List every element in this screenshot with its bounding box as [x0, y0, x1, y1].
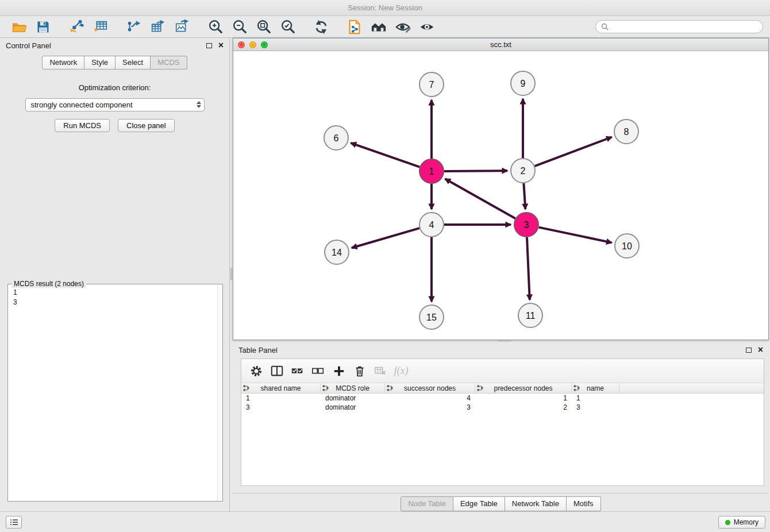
- add-column-button[interactable]: [329, 361, 349, 381]
- graph-node-11[interactable]: 11: [518, 303, 542, 327]
- graph-node-15[interactable]: 15: [419, 305, 444, 329]
- table-tab-node-table[interactable]: Node Table: [401, 496, 453, 511]
- run-mcds-button[interactable]: Run MCDS: [55, 119, 110, 132]
- import-network-file-button[interactable]: [64, 17, 88, 37]
- graph-node-3[interactable]: 3: [514, 213, 538, 237]
- table-cell[interactable]: dominator: [321, 394, 385, 403]
- graph-edge-2-3[interactable]: [523, 183, 525, 209]
- table-cell[interactable]: 4: [385, 394, 475, 403]
- graph-node-7[interactable]: 7: [419, 72, 444, 97]
- style-editor-button[interactable]: [391, 17, 415, 37]
- zoom-out-button[interactable]: [228, 17, 252, 37]
- table-row[interactable]: 3dominator323: [241, 403, 764, 412]
- graph-node-10[interactable]: 10: [615, 234, 639, 258]
- graph-edge-3-1[interactable]: [445, 179, 515, 218]
- graph-edge-3-10[interactable]: [539, 228, 612, 243]
- import-table-file-button[interactable]: [88, 17, 113, 37]
- export-image-button[interactable]: [170, 17, 194, 37]
- table-tab-edge-table[interactable]: Edge Table: [453, 496, 505, 511]
- app-titlebar: Session: New Session: [0, 0, 770, 16]
- graph-edge-2-8[interactable]: [535, 137, 612, 167]
- zoom-fit-button[interactable]: [252, 17, 276, 37]
- table-tab-motifs[interactable]: Motifs: [567, 496, 601, 511]
- tab-select[interactable]: Select: [116, 56, 151, 70]
- zoom-in-button[interactable]: [203, 17, 228, 37]
- export-network-button[interactable]: [122, 17, 146, 37]
- close-window-button[interactable]: ×: [238, 41, 245, 48]
- column-header-shared-name[interactable]: shared name: [241, 383, 321, 393]
- close-panel-icon[interactable]: ×: [218, 42, 224, 49]
- graph-node-2[interactable]: 2: [511, 159, 535, 183]
- float-panel-icon[interactable]: [206, 43, 212, 48]
- mcds-result-title: MCDS result (2 nodes): [11, 280, 86, 288]
- network-window-titlebar[interactable]: ×−+ scc.txt: [233, 38, 768, 51]
- tab-mcds[interactable]: MCDS: [151, 56, 187, 70]
- close-panel-button[interactable]: Close panel: [118, 119, 175, 132]
- table-cell[interactable]: 3: [385, 403, 475, 412]
- toolbar-group: [309, 17, 333, 37]
- import-table-file-icon: [93, 19, 109, 35]
- result-scrollbar[interactable]: [217, 284, 222, 501]
- table-cell[interactable]: 3: [572, 403, 619, 412]
- open-file-icon: [11, 19, 27, 35]
- split-panel-icon: [270, 364, 284, 378]
- table-tabs-strip: Node TableEdge TableNetwork TableMotifs: [233, 493, 769, 511]
- refresh-layout-icon: [313, 19, 329, 35]
- save-session-button[interactable]: [31, 17, 55, 37]
- table-mode-gear-button[interactable]: [246, 361, 267, 381]
- memory-button[interactable]: Memory: [718, 516, 765, 529]
- column-header-predecessor-nodes[interactable]: predecessor nodes: [475, 383, 572, 393]
- tab-network[interactable]: Network: [42, 56, 84, 70]
- delete-column-button[interactable]: [349, 361, 370, 381]
- select-all-columns-button[interactable]: [287, 361, 308, 381]
- search-box[interactable]: [595, 20, 763, 33]
- ndex-home-button[interactable]: [367, 17, 391, 37]
- unselect-all-columns-button[interactable]: [308, 361, 329, 381]
- network-window: ×−+ scc.txt 7968124314101511: [233, 38, 769, 340]
- graph-node-8[interactable]: 8: [614, 119, 638, 144]
- table-cell[interactable]: 1: [475, 394, 572, 403]
- close-table-panel-icon[interactable]: ×: [758, 346, 763, 353]
- graph-node-1[interactable]: 1: [419, 159, 444, 183]
- graph-edge-4-14[interactable]: [352, 228, 419, 248]
- search-input[interactable]: [612, 22, 757, 31]
- optimization-criterion-select[interactable]: strongly connected component: [25, 98, 205, 111]
- table-row[interactable]: 1dominator411: [241, 394, 764, 403]
- column-header-successor-nodes[interactable]: successor nodes: [385, 383, 475, 393]
- table-tab-network-table[interactable]: Network Table: [505, 496, 567, 511]
- task-history-button[interactable]: [6, 516, 22, 529]
- table-cell[interactable]: dominator: [321, 403, 385, 412]
- graph-edge-1-6[interactable]: [351, 143, 420, 167]
- split-panel-button[interactable]: [267, 361, 287, 381]
- import-network-database-button[interactable]: [342, 17, 367, 37]
- table-cell[interactable]: 2: [475, 403, 572, 412]
- select-all-columns-icon: [291, 364, 305, 378]
- column-header-name[interactable]: name: [572, 383, 619, 393]
- minimize-window-button[interactable]: −: [249, 41, 256, 48]
- tab-style[interactable]: Style: [84, 56, 116, 70]
- graph-edge-3-11[interactable]: [527, 237, 530, 300]
- table-toolbar: f(x): [241, 359, 764, 383]
- network-canvas[interactable]: 7968124314101511: [233, 51, 768, 340]
- graph-node-9[interactable]: 9: [511, 71, 535, 95]
- toggle-graphics-details-button[interactable]: [415, 17, 439, 37]
- table-cell[interactable]: 3: [241, 403, 321, 412]
- open-file-button[interactable]: [7, 17, 31, 37]
- column-header-label: MCDS role: [336, 384, 369, 392]
- table-cell[interactable]: 1: [241, 394, 321, 403]
- float-table-panel-icon[interactable]: [746, 348, 752, 353]
- graph-node-4[interactable]: 4: [419, 213, 444, 237]
- network-graph[interactable]: 7968124314101511: [233, 51, 768, 340]
- graph-edge-1-2[interactable]: [444, 171, 507, 171]
- refresh-layout-button[interactable]: [309, 17, 333, 37]
- table-cell[interactable]: 1: [572, 394, 619, 403]
- graph-node-14[interactable]: 14: [325, 240, 349, 264]
- export-table-button[interactable]: [146, 17, 170, 37]
- mcds-result-box: MCDS result (2 nodes) 13: [7, 284, 223, 502]
- zoom-selected-button[interactable]: [276, 17, 300, 37]
- column-header-mcds-role[interactable]: MCDS role: [321, 383, 385, 393]
- node-label: 14: [332, 248, 342, 257]
- node-label: 7: [429, 80, 434, 90]
- zoom-window-button[interactable]: +: [261, 41, 268, 48]
- graph-node-6[interactable]: 6: [324, 126, 348, 150]
